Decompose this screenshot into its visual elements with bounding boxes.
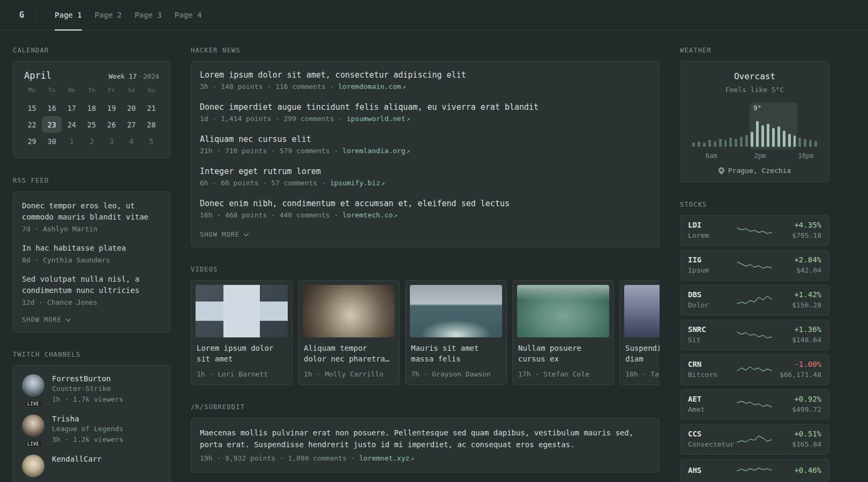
weather-time-label: 10pm xyxy=(798,152,814,160)
rss-item-meta: 8d · Cynthia Saunders xyxy=(22,255,161,265)
hn-item-stats: 16h · 468 points · 440 comments · xyxy=(200,211,338,219)
stock-change: +0.92% xyxy=(774,395,821,403)
reddit-post-domain-link[interactable]: loremnet.xyz↗ xyxy=(359,454,414,462)
stock-sparkline xyxy=(737,398,772,411)
rss-widget: RSS FEED Donec tempor eros leo, ut commo… xyxy=(13,177,170,333)
tab-page-2[interactable]: Page 2 xyxy=(88,0,129,30)
video-thumbnail[interactable] xyxy=(303,285,395,337)
stock-row-ccs[interactable]: CCS Consectetur +0.51% $165.84 xyxy=(680,424,829,455)
reddit-post-title[interactable]: Maecenas mollis pulvinar erat non posuer… xyxy=(200,427,650,450)
calendar-day-next-month: 1 xyxy=(62,133,81,149)
calendar-day-next-month: 5 xyxy=(141,133,161,149)
rss-item: In hac habitasse platea 8d · Cynthia Sau… xyxy=(22,243,161,265)
hn-item-3: Aliquam nec cursus elit 21h · 710 points… xyxy=(200,134,650,156)
stock-symbol: CRN xyxy=(688,360,735,368)
separator-dot: · xyxy=(138,72,142,80)
stock-row-dbs[interactable]: DBS Dolor +1.42% $156.28 xyxy=(680,285,829,315)
calendar-day: 19 xyxy=(102,100,122,116)
video-card-1[interactable]: Lorem ipsum dolor sit amet consectetu… 1… xyxy=(191,280,293,385)
video-title[interactable]: Lorem ipsum dolor sit amet consectetu… xyxy=(197,343,287,364)
stock-info: AET Amet xyxy=(688,395,735,415)
hn-item-title[interactable]: Donec enim nibh, condimentum et accumsan… xyxy=(200,199,650,208)
video-title[interactable]: Mauris sit amet massa felis xyxy=(411,343,501,364)
external-link-icon: ↗ xyxy=(407,116,410,123)
tab-page-3[interactable]: Page 3 xyxy=(128,0,168,30)
reddit-post-stats: 19h · 9,932 points · 1,090 comments · xyxy=(200,454,355,462)
stock-change: -1.00% xyxy=(774,360,821,368)
hn-item-2: Donec imperdiet augue tincidunt felis al… xyxy=(200,102,650,124)
calendar-month: April xyxy=(24,70,51,81)
hn-item-title[interactable]: Donec imperdiet augue tincidunt felis al… xyxy=(200,102,650,112)
twitch-channel-name[interactable]: Trisha xyxy=(52,415,123,423)
twitch-channel-name[interactable]: KendallCarr xyxy=(52,455,102,463)
video-card-5[interactable]: Suspendisse diam 18h · Tara xyxy=(619,280,660,385)
rss-item: Donec tempor eros leo, ut commodo mauris… xyxy=(22,200,161,234)
stock-info: AHS xyxy=(688,466,735,476)
stock-sparkline xyxy=(737,364,772,376)
rss-item-title[interactable]: Donec tempor eros leo, ut commodo mauris… xyxy=(22,200,161,223)
video-thumbnail[interactable] xyxy=(196,285,288,337)
chevron-down-icon xyxy=(243,233,249,237)
hn-item-domain-link[interactable]: loremlandia.org↗ xyxy=(342,147,410,155)
hn-item-domain-link[interactable]: ipsumify.biz↗ xyxy=(330,179,385,187)
day-header: Sa xyxy=(122,87,141,94)
stock-row-ldi[interactable]: LDI Lorem +4.35% $795.18 xyxy=(680,215,829,246)
stock-info: IIG Ipsum xyxy=(688,255,735,275)
video-card-3[interactable]: Mauris sit amet massa felis 7h · Grayson… xyxy=(405,280,507,385)
app-logo[interactable]: G xyxy=(19,0,36,30)
video-thumbnail[interactable] xyxy=(410,285,502,337)
stock-symbol: AET xyxy=(688,395,735,403)
hn-item-domain-link[interactable]: ipsumworld.net↗ xyxy=(347,115,410,123)
video-title[interactable]: Nullam posuere cursus ex xyxy=(518,343,608,364)
rss-item-title[interactable]: Sed volutpat nulla nisl, a condimentum n… xyxy=(22,274,161,296)
weather-chart: 9° xyxy=(691,102,818,149)
hackernews-widget: HACKER NEWS Lorem ipsum dolor sit amet, … xyxy=(191,47,660,247)
avatar xyxy=(22,374,44,397)
stocks-section-title: STOCKS xyxy=(680,201,829,208)
hn-item-title[interactable]: Aliquam nec cursus elit xyxy=(200,134,650,144)
stock-row-aet[interactable]: AET Amet +0.92% $499.72 xyxy=(680,389,829,420)
hn-item-domain-link[interactable]: loremtech.co↗ xyxy=(342,211,398,219)
stock-price: $499.72 xyxy=(774,405,821,415)
twitch-channel-forrestburton[interactable]: LIVE ForrestBurton Counter-Strike 1h · 1… xyxy=(22,374,161,404)
twitch-channel-name[interactable]: ForrestBurton xyxy=(52,374,123,383)
stocks-widget: STOCKS LDI Lorem +4.35% $795.18 IIG xyxy=(680,201,829,482)
video-thumbnail[interactable] xyxy=(517,285,609,337)
stock-price: $148.64 xyxy=(774,335,821,345)
stock-row-iig[interactable]: IIG Ipsum +2.84% $42.04 xyxy=(680,250,829,281)
rss-show-more-button[interactable]: SHOW MORE xyxy=(22,316,161,323)
stock-row-snrc[interactable]: SNRC Sit +1.36% $148.64 xyxy=(680,320,829,350)
stock-info: CCS Consectetur xyxy=(688,430,735,449)
left-column: CALENDAR April Week 17·2024 Mo Tu We Th … xyxy=(13,47,170,482)
video-meta: 1h · Lori Barnett xyxy=(197,370,287,379)
hackernews-show-more-button[interactable]: SHOW MORE xyxy=(200,231,650,238)
tab-page-4[interactable]: Page 4 xyxy=(168,0,208,30)
stock-price: $66,171.48 xyxy=(774,370,821,380)
tab-page-1[interactable]: Page 1 xyxy=(48,0,88,30)
calendar-widget: CALENDAR April Week 17·2024 Mo Tu We Th … xyxy=(13,47,170,159)
stock-row-crn[interactable]: CRN Bitcorn -1.00% $66,171.48 xyxy=(680,355,829,385)
hn-item-title[interactable]: Integer eget rutrum lorem xyxy=(200,167,650,176)
video-card-4[interactable]: Nullam posuere cursus ex 17h · Stefan Co… xyxy=(512,280,614,385)
calendar-day: 17 xyxy=(62,100,81,116)
rss-item-title[interactable]: In hac habitasse platea xyxy=(22,243,161,254)
stock-row-ahs[interactable]: AHS +0.46% xyxy=(680,459,829,482)
twitch-channel-kendallcarr[interactable]: KendallCarr xyxy=(22,455,161,477)
video-title[interactable]: Aliquam tempor dolor nec pharetra… xyxy=(304,343,394,364)
video-title[interactable]: Suspendisse diam xyxy=(625,343,660,364)
avatar-wrap: LIVE xyxy=(22,415,44,445)
hn-item-title[interactable]: Lorem ipsum dolor sit amet, consectetur … xyxy=(200,70,650,80)
stock-values: +1.36% $148.64 xyxy=(774,325,821,345)
twitch-channel-trisha[interactable]: LIVE Trisha League of Legends 3h · 1.2k … xyxy=(22,415,161,445)
stock-sparkline xyxy=(737,294,772,307)
stock-price: $795.18 xyxy=(774,231,821,240)
hn-item-meta: 1d · 1,414 points · 299 comments · ipsum… xyxy=(200,114,650,124)
page-tabs: Page 1 Page 2 Page 3 Page 4 xyxy=(48,0,208,30)
rss-section-title: RSS FEED xyxy=(13,177,170,184)
stock-symbol: CCS xyxy=(688,430,735,438)
video-card-2[interactable]: Aliquam tempor dolor nec pharetra… 1h · … xyxy=(298,280,400,385)
stock-name: Amet xyxy=(688,405,735,415)
video-thumbnail[interactable] xyxy=(624,285,660,337)
hn-item-domain-link[interactable]: loremdomain.com↗ xyxy=(338,82,406,91)
stock-values: +0.51% $165.84 xyxy=(774,430,821,449)
